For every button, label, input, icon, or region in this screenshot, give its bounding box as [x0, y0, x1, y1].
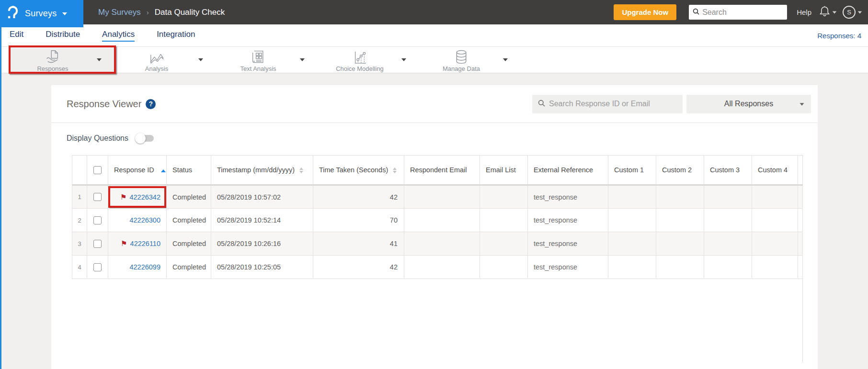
- chevron-down-icon[interactable]: [300, 58, 305, 61]
- response-id-link[interactable]: 42226342: [129, 193, 160, 201]
- cell-checkbox: [87, 232, 108, 256]
- row-checkbox[interactable]: [93, 240, 102, 248]
- toolbar-item-main: Responses: [9, 48, 97, 72]
- table-body: 1⚑42226342Completed05/28/2019 10:57:0242…: [72, 185, 803, 279]
- tab-analytics[interactable]: Analytics: [102, 30, 135, 42]
- upgrade-now-button[interactable]: Upgrade Now: [614, 4, 676, 20]
- display-questions-row: Display Questions: [67, 134, 818, 143]
- analysis-icon: [148, 49, 165, 65]
- toolbar-item-label: Manage Data: [443, 65, 480, 72]
- response-filter-dropdown[interactable]: All Responses: [686, 95, 811, 113]
- table-row: 242226300Completed05/28/2019 10:52:1470t…: [72, 209, 803, 232]
- cell-spacer: [798, 185, 803, 209]
- response-id-link[interactable]: 42226110: [130, 240, 160, 247]
- breadcrumb-my-surveys[interactable]: My Surveys: [98, 8, 141, 17]
- top-header: My Surveys › Data Quality Check Upgrade …: [0, 0, 868, 24]
- help-icon[interactable]: ?: [146, 99, 156, 109]
- row-checkbox[interactable]: [93, 216, 102, 224]
- chevron-down-icon[interactable]: [503, 58, 508, 61]
- product-logo-block[interactable]: Surveys: [0, 0, 83, 27]
- cell-response_id: 42226099: [108, 256, 167, 279]
- cell-timestamp: 05/28/2019 10:57:02: [211, 185, 313, 209]
- cell-email_list: [480, 256, 528, 279]
- cell-custom_4: [752, 185, 798, 209]
- questionpro-logo-icon: [7, 5, 19, 22]
- toolbar-item-manage-data[interactable]: Manage Data: [420, 47, 521, 73]
- analytics-toolbar: ResponsesAnalysisText AnalysisChoice Mod…: [0, 46, 868, 73]
- responses-count: Responses: 4: [817, 32, 861, 40]
- cell-row_number: 3: [72, 232, 87, 256]
- tab-integration[interactable]: Integration: [157, 30, 195, 42]
- response-search-box[interactable]: [532, 95, 683, 113]
- card-header-controls: All Responses: [532, 95, 811, 113]
- cell-status: Completed: [167, 185, 211, 209]
- manage-data-icon: [454, 49, 468, 65]
- nav-tabs: EditDistributeAnalyticsIntegration: [10, 30, 195, 42]
- sort-icon: [393, 168, 397, 173]
- display-questions-toggle[interactable]: [137, 135, 154, 142]
- table-row: 3⚑42226110Completed05/28/2019 10:26:1641…: [72, 232, 803, 256]
- cell-spacer: [798, 232, 803, 256]
- cell-custom_3: [704, 185, 752, 209]
- notifications-menu[interactable]: [819, 5, 837, 19]
- row-checkbox[interactable]: [93, 263, 102, 271]
- cell-custom_1: [608, 256, 656, 279]
- flag-icon: ⚑: [121, 239, 127, 247]
- response-id-link[interactable]: 42226300: [129, 216, 160, 224]
- cell-status: Completed: [167, 256, 211, 279]
- cell-timestamp: 05/28/2019 10:52:14: [211, 209, 313, 232]
- help-link[interactable]: Help: [797, 8, 811, 16]
- toolbar-item-label: Analysis: [145, 65, 168, 72]
- chevron-down-icon[interactable]: [198, 58, 203, 61]
- toolbar-item-text-analysis[interactable]: Text Analysis: [217, 47, 318, 73]
- cell-timestamp: 05/28/2019 10:25:05: [211, 256, 313, 279]
- col-header-email_list: Email List: [480, 156, 528, 185]
- responses-table-wrap: Response IDStatusTimestamp (mm/dd/yyyy)T…: [72, 155, 803, 363]
- cell-spacer: [798, 256, 803, 279]
- response-search-input[interactable]: [549, 100, 677, 108]
- table-header-row: Response IDStatusTimestamp (mm/dd/yyyy)T…: [72, 156, 803, 185]
- header-right-cluster: Upgrade Now Help S: [614, 0, 862, 24]
- cell-custom_4: [752, 256, 798, 279]
- cell-response_id: ⚑42226110: [108, 232, 167, 256]
- col-header-timestamp[interactable]: Timestamp (mm/dd/yyyy): [211, 156, 313, 185]
- toolbar-item-analysis[interactable]: Analysis: [115, 47, 217, 73]
- col-header-label: Status: [172, 166, 192, 174]
- toolbar-item-main: Choice Modelling: [318, 48, 401, 72]
- chevron-down-icon[interactable]: [401, 58, 406, 61]
- col-header-response_id[interactable]: Response ID: [108, 156, 167, 185]
- global-search-box[interactable]: [689, 5, 787, 20]
- chevron-down-icon[interactable]: [97, 58, 102, 61]
- cell-external_reference: test_response: [528, 185, 608, 209]
- row-checkbox[interactable]: [93, 193, 102, 201]
- breadcrumb-separator: ›: [147, 8, 149, 16]
- cell-custom_2: [656, 185, 704, 209]
- app-switcher-label: Surveys: [25, 9, 57, 19]
- breadcrumb: My Surveys › Data Quality Check: [98, 0, 225, 24]
- tab-edit[interactable]: Edit: [10, 30, 23, 42]
- tab-distribute[interactable]: Distribute: [46, 30, 80, 42]
- col-header-label: Respondent Email: [410, 166, 467, 174]
- table-row: 1⚑42226342Completed05/28/2019 10:57:0242…: [72, 185, 803, 209]
- cell-time_taken: 42: [313, 256, 404, 279]
- display-questions-label: Display Questions: [67, 134, 128, 143]
- response-id-link[interactable]: 42226099: [129, 263, 160, 271]
- cell-custom_4: [752, 232, 798, 256]
- cell-respondent_email: [404, 185, 480, 209]
- cell-response_id: 42226300: [108, 209, 167, 232]
- toolbar-item-responses[interactable]: Responses: [9, 47, 115, 73]
- cell-custom_2: [656, 256, 704, 279]
- table-row: 442226099Completed05/28/2019 10:25:0542t…: [72, 256, 803, 279]
- cell-row_number: 4: [72, 256, 87, 279]
- global-search-input[interactable]: [702, 8, 783, 17]
- cell-custom_1: [608, 209, 656, 232]
- bell-icon: [819, 5, 830, 19]
- toolbar-item-choice-modelling[interactable]: Choice Modelling: [318, 47, 420, 73]
- cell-external_reference: test_response: [528, 209, 608, 232]
- col-header-checkbox[interactable]: [87, 156, 108, 185]
- account-menu[interactable]: S: [843, 6, 862, 19]
- cell-custom_4: [752, 209, 798, 232]
- col-header-time_taken[interactable]: Time Taken (Seconds): [313, 156, 404, 185]
- cell-status: Completed: [167, 232, 211, 256]
- select-all-checkbox[interactable]: [93, 166, 102, 174]
